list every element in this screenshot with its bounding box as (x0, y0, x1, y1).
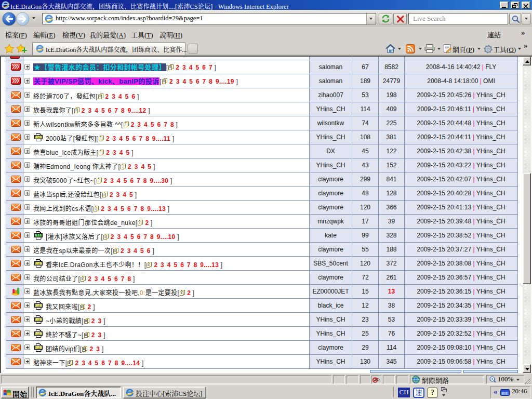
svg-text:JPG: JPG (35, 262, 42, 265)
svg-text:JPG: JPG (35, 304, 42, 308)
svg-text:JPG: JPG (35, 318, 42, 322)
svg-text:JPG: JPG (35, 136, 42, 139)
svg-text:JPG: JPG (35, 346, 42, 350)
svg-text:JPG: JPG (35, 332, 42, 336)
svg-text:GIF: GIF (35, 234, 42, 237)
